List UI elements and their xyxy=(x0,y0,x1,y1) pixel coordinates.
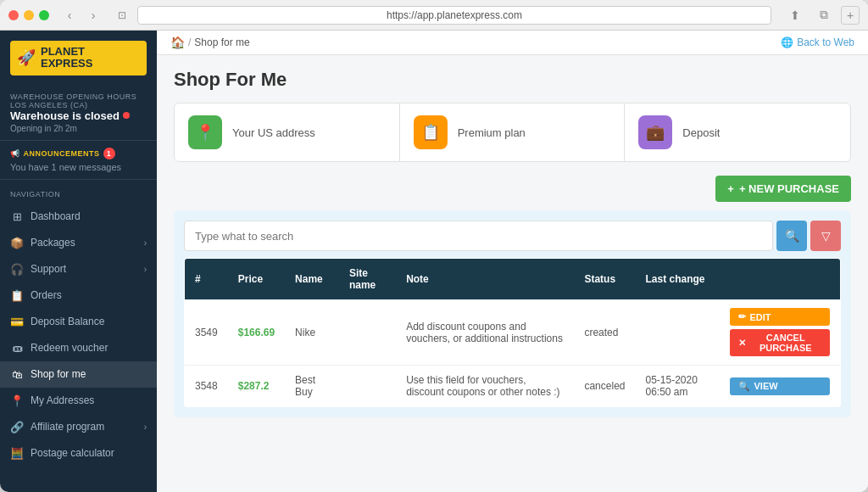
address-icon: 📍 xyxy=(10,394,24,407)
page-title: Shop For Me xyxy=(174,69,851,91)
row-status: canceled xyxy=(574,366,635,407)
edit-button[interactable]: ✏ EDIT xyxy=(730,308,830,326)
plus-icon: + xyxy=(727,182,734,195)
forward-button[interactable]: › xyxy=(83,7,103,24)
home-icon[interactable]: 🏠 xyxy=(170,36,185,49)
sidebar-item-affiliate-program[interactable]: 🔗 Affiliate program › xyxy=(0,414,157,440)
url-bar[interactable]: https://app.planetexpress.com xyxy=(137,6,771,25)
row-id: 3548 xyxy=(185,366,228,407)
col-price: Price xyxy=(228,259,285,300)
sidebar-item-label: Postage calculator xyxy=(31,447,147,459)
col-id: # xyxy=(185,259,228,300)
minimize-button[interactable] xyxy=(24,10,34,20)
sidebar-item-label: Shop for me xyxy=(31,368,147,380)
page-content: Shop For Me 📍 Your US address 📋 Premium … xyxy=(157,55,868,492)
sidebar-item-packages[interactable]: 📦 Packages › xyxy=(0,230,157,256)
warehouse-status-text: Warehouse is closed xyxy=(10,109,120,122)
row-last-change xyxy=(635,299,720,366)
sidebar-item-label: Orders xyxy=(31,289,147,301)
announcements-text: You have 1 new messages xyxy=(10,162,147,172)
breadcrumb-current: Shop for me xyxy=(194,36,249,48)
row-site-name xyxy=(339,366,396,407)
col-last-change: Last change xyxy=(635,259,720,300)
announcements-header: 📢 ANNOUNCEMENTS 1 xyxy=(10,148,147,159)
duplicate-button[interactable]: ⧉ xyxy=(812,6,836,25)
chevron-right-icon: › xyxy=(144,238,147,248)
new-tab-button[interactable]: + xyxy=(841,6,860,25)
clipboard-icon: 📋 xyxy=(421,123,440,142)
sidebar-item-label: Support xyxy=(31,263,137,275)
eye-icon: 🔍 xyxy=(738,381,750,392)
sidebar-item-redeem-voucher[interactable]: 🎟 Redeem voucher xyxy=(0,335,157,361)
main-layout: 🚀 PLANET EXPRESS WAREHOUSE OPENING HOURS… xyxy=(0,31,868,492)
voucher-icon: 🎟 xyxy=(10,342,24,355)
cancel-purchase-button[interactable]: ✕ CANCEL PURCHASE xyxy=(730,329,830,356)
close-button[interactable] xyxy=(8,10,19,20)
filter-button[interactable]: ▽ xyxy=(810,221,841,251)
info-card-premium-plan[interactable]: 📋 Premium plan xyxy=(400,103,626,161)
us-address-label: Your US address xyxy=(232,126,315,139)
premium-plan-icon-box: 📋 xyxy=(414,115,448,149)
new-purchase-label: + NEW PURCHASE xyxy=(739,182,839,195)
search-button[interactable]: 🔍 xyxy=(776,221,807,251)
sidebar-item-label: Deposit Balance xyxy=(31,316,147,327)
sidebar-item-label: Redeem voucher xyxy=(31,342,147,354)
sidebar-item-postage-calculator[interactable]: 🧮 Postage calculator xyxy=(0,440,157,467)
content-area: 🏠 / Shop for me 🌐 Back to Web Shop For M… xyxy=(157,31,868,492)
back-button[interactable]: ‹ xyxy=(59,7,80,24)
search-input[interactable] xyxy=(184,221,773,251)
row-note: Add discount coupons and vouchers, or ad… xyxy=(396,299,574,366)
support-icon: 🎧 xyxy=(10,263,24,276)
row-price: $287.2 xyxy=(228,366,285,407)
filter-icon: ▽ xyxy=(821,229,831,243)
sidebar-item-shop-for-me[interactable]: 🛍 Shop for me xyxy=(0,361,157,388)
col-name: Name xyxy=(285,259,339,300)
table-body: 3549 $166.69 Nike Add discount coupons a… xyxy=(185,299,841,407)
status-dot xyxy=(123,112,130,119)
sidebar-item-dashboard[interactable]: ⊞ Dashboard xyxy=(0,204,157,230)
dashboard-icon: ⊞ xyxy=(10,210,24,223)
sidebar-item-support[interactable]: 🎧 Support › xyxy=(0,256,157,282)
row-actions: ✏ EDIT ✕ CANCEL PURCHASE xyxy=(730,308,830,356)
megaphone-icon: 📢 xyxy=(10,149,20,158)
sidebar-item-deposit-balance[interactable]: 💳 Deposit Balance xyxy=(0,309,157,335)
sidebar-item-orders[interactable]: 📋 Orders xyxy=(0,282,157,309)
col-site-name: Site name xyxy=(339,259,396,300)
shop-icon: 🛍 xyxy=(10,368,24,381)
orders-icon: 📋 xyxy=(10,289,24,302)
traffic-lights xyxy=(8,10,49,20)
table-row: 3548 $287.2 Best Buy Use this field for … xyxy=(185,366,841,407)
location-icon: 📍 xyxy=(196,123,214,142)
affiliate-icon: 🔗 xyxy=(10,421,24,433)
view-button[interactable]: 🔍 VIEW xyxy=(730,377,830,395)
titlebar: ‹ › ⊡ https://app.planetexpress.com ⬆ ⧉ … xyxy=(0,0,868,31)
deposit-icon: 💳 xyxy=(10,316,24,328)
breadcrumb-separator: / xyxy=(188,36,191,48)
col-actions xyxy=(720,259,840,300)
row-note: Use this field for vouchers, discount co… xyxy=(396,366,574,407)
info-card-us-address[interactable]: 📍 Your US address xyxy=(175,103,400,161)
actions-bar: + + NEW PURCHASE xyxy=(174,176,851,202)
warehouse-time: Opening in 2h 2m xyxy=(10,124,147,133)
sidebar-item-my-addresses[interactable]: 📍 My Addresses xyxy=(0,388,157,414)
warehouse-info: WAREHOUSE OPENING HOURS LOS ANGELES (CA)… xyxy=(0,86,157,141)
packages-icon: 📦 xyxy=(10,237,24,249)
row-last-change: 05-15-2020 06:50 am xyxy=(635,366,720,407)
share-button[interactable]: ⬆ xyxy=(783,6,807,25)
sidebar-item-label: Affiliate program xyxy=(31,421,137,433)
announcements-section: 📢 ANNOUNCEMENTS 1 You have 1 new message… xyxy=(0,141,157,180)
browser-nav: 🏠 / Shop for me 🌐 Back to Web xyxy=(157,31,868,55)
pencil-icon: ✏ xyxy=(738,311,746,322)
table-row: 3549 $166.69 Nike Add discount coupons a… xyxy=(185,299,841,366)
new-purchase-button[interactable]: + + NEW PURCHASE xyxy=(715,176,851,202)
back-to-web-link[interactable]: 🌐 Back to Web xyxy=(781,36,854,48)
announcements-badge: 1 xyxy=(103,148,115,159)
row-site-name xyxy=(339,299,396,366)
info-card-deposit[interactable]: 💼 Deposit xyxy=(625,103,850,161)
table-wrapper: 🔍 ▽ # Price Name Sit xyxy=(174,210,851,417)
fullscreen-button[interactable] xyxy=(39,10,49,20)
briefcase-icon: 💼 xyxy=(646,123,665,142)
announcements-label: ANNOUNCEMENTS xyxy=(24,149,100,158)
tab-view-button[interactable]: ⊡ xyxy=(114,7,131,24)
navigation-section: NAVIGATION ⊞ Dashboard 📦 Packages › 🎧 Su… xyxy=(0,180,157,473)
